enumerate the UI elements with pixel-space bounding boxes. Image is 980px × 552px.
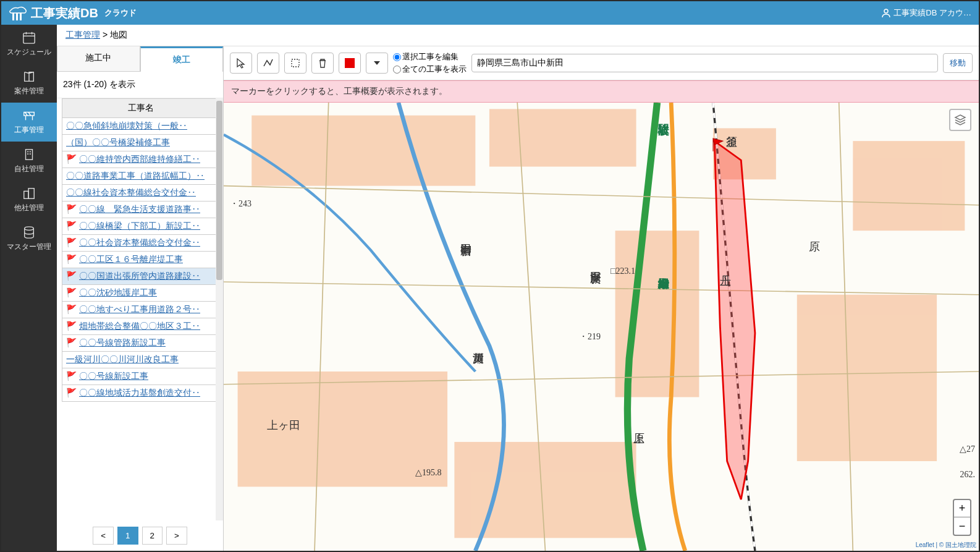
- nav-jisha[interactable]: 自社管理: [1, 142, 57, 180]
- zoom-out-button[interactable]: −: [954, 517, 970, 535]
- svg-rect-19: [28, 189, 34, 199]
- tab-shunkou[interactable]: 竣工: [140, 46, 224, 72]
- account-menu[interactable]: 工事実績DB アカウ…: [881, 7, 971, 19]
- nav-anken[interactable]: 案件管理: [1, 64, 57, 103]
- database-icon: [21, 226, 37, 239]
- nav-tasha[interactable]: 他社管理: [1, 180, 57, 219]
- table-row[interactable]: （国）〇〇号橋梁補修工事: [62, 135, 219, 151]
- nav-label: マスター管理: [7, 242, 51, 252]
- map-point: ・219: [579, 331, 601, 342]
- address-input[interactable]: [471, 54, 938, 72]
- flag-icon: 🚩: [66, 204, 77, 214]
- svg-rect-2: [20, 13, 22, 20]
- table-row[interactable]: 🚩畑地帯総合整備〇〇地区３工‥: [62, 318, 219, 335]
- project-link[interactable]: 〇〇工区１６号離岸堤工事: [79, 254, 183, 264]
- nav-schedule[interactable]: スケジュール: [1, 25, 57, 64]
- table-row[interactable]: 〇〇道路事業工事（道路拡幅工）‥: [62, 168, 219, 185]
- project-link[interactable]: 畑地帯総合整備〇〇地区３工‥: [79, 321, 200, 331]
- nav-kouji[interactable]: 工事管理: [1, 103, 57, 142]
- project-link[interactable]: 一級河川〇〇川河川改良工事: [66, 354, 179, 364]
- project-link[interactable]: 〇〇線橋梁（下部工）新設工‥: [79, 221, 200, 231]
- flag-icon: 🚩: [66, 321, 77, 331]
- project-link[interactable]: 〇〇線社会資本整備総合交付金‥: [66, 187, 196, 197]
- nav-label: 他社管理: [14, 203, 44, 213]
- layer-control[interactable]: [949, 109, 971, 131]
- nav-label: 工事管理: [14, 125, 44, 135]
- svg-rect-29: [454, 442, 636, 538]
- project-link[interactable]: 〇〇維持管内西部維持修繕工‥: [79, 154, 200, 164]
- tool-color[interactable]: [339, 53, 361, 74]
- table-row[interactable]: 🚩〇〇国道出張所管内道路建設‥: [62, 268, 219, 285]
- tool-dropdown[interactable]: [366, 53, 388, 74]
- map-label: 上ヶ田: [267, 418, 300, 433]
- table-row[interactable]: 🚩〇〇線橋梁（下部工）新設工‥: [62, 218, 219, 235]
- barrier-icon: [21, 109, 37, 122]
- project-link[interactable]: 〇〇地すべり工事用道路２号‥: [79, 304, 200, 314]
- table-row[interactable]: 🚩〇〇線 緊急生活支援道路事‥: [62, 202, 219, 218]
- project-link[interactable]: 〇〇線地域活力基盤創造交付‥: [79, 388, 200, 397]
- logo-icon: [9, 6, 27, 20]
- move-button[interactable]: 移動: [943, 53, 973, 73]
- scrollbar[interactable]: [216, 98, 223, 520]
- map-point: □223.1: [610, 266, 635, 276]
- table-row[interactable]: 🚩〇〇社会資本整備総合交付金‥: [62, 235, 219, 252]
- project-link[interactable]: 〇〇社会資本整備総合交付金‥: [79, 237, 200, 247]
- table-row[interactable]: 🚩〇〇号線管路新設工事: [62, 335, 219, 352]
- page-prev[interactable]: <: [93, 527, 114, 545]
- table-row[interactable]: 一級河川〇〇川河川改良工事: [62, 352, 219, 368]
- table-row[interactable]: 🚩〇〇線地域活力基盤創造交付‥: [62, 385, 219, 402]
- table-row[interactable]: 🚩〇〇沈砂地護岸工事: [62, 285, 219, 302]
- table-row[interactable]: 〇〇急傾斜地崩壊対策（一般‥: [62, 118, 219, 135]
- project-link[interactable]: 〇〇号線管路新設工事: [79, 338, 166, 347]
- tool-polyline[interactable]: [257, 53, 279, 74]
- table-row[interactable]: 🚩〇〇号線新設工事: [62, 368, 219, 385]
- svg-rect-18: [24, 191, 28, 198]
- svg-rect-15: [30, 151, 31, 153]
- table-row[interactable]: 〇〇線社会資本整備総合交付金‥: [62, 185, 219, 202]
- svg-rect-30: [853, 141, 965, 231]
- flag-icon: 🚩: [66, 287, 77, 297]
- page-next[interactable]: >: [166, 527, 187, 545]
- project-link[interactable]: （国）〇〇号橋梁補修工事: [66, 137, 170, 147]
- project-link[interactable]: 〇〇線 緊急生活支援道路事‥: [79, 204, 200, 214]
- page-2[interactable]: 2: [142, 527, 163, 545]
- project-link[interactable]: 〇〇急傾斜地崩壊対策（一般‥: [66, 121, 187, 130]
- app-logo: 工事実績DB クラウド: [9, 5, 137, 22]
- flag-icon: 🚩: [66, 154, 77, 164]
- info-bar: マーカーをクリックすると、工事概要が表示されます。: [224, 80, 979, 103]
- nav-master[interactable]: マスター管理: [1, 219, 57, 258]
- zoom-in-button[interactable]: +: [954, 500, 970, 517]
- buildings-icon: [21, 187, 37, 200]
- breadcrumb-current: 地図: [110, 30, 127, 40]
- page-1[interactable]: 1: [117, 527, 138, 545]
- svg-rect-17: [30, 153, 31, 155]
- radio-show-all[interactable]: 全ての工事を表示: [393, 64, 467, 75]
- app-sub: クラウド: [104, 7, 137, 19]
- project-link[interactable]: 〇〇道路事業工事（道路拡幅工）‥: [66, 171, 205, 180]
- nav-label: スケジュール: [7, 47, 51, 57]
- color-square-icon: [345, 58, 355, 68]
- tool-delete[interactable]: [311, 53, 334, 74]
- svg-rect-23: [251, 116, 475, 186]
- project-link[interactable]: 〇〇国道出張所管内道路建設‥: [79, 271, 200, 281]
- map-canvas[interactable]: 岩波駅 須釜 原 上丹 深良新田 御宿新田 上原 上ヶ田 御殿場線 黄瀬川 ・2…: [224, 103, 979, 551]
- tool-rect[interactable]: [284, 53, 306, 74]
- project-link[interactable]: 〇〇号線新設工事: [79, 371, 148, 381]
- project-link[interactable]: 〇〇沈砂地護岸工事: [79, 287, 157, 297]
- radio-edit-selected[interactable]: 選択工事を編集: [393, 51, 467, 62]
- tab-sekouchuu[interactable]: 施工中: [57, 46, 140, 72]
- pagination: < 1 2 >: [57, 520, 223, 551]
- table-row[interactable]: 🚩〇〇地すべり工事用道路２号‥: [62, 302, 219, 318]
- svg-rect-28: [797, 295, 937, 461]
- breadcrumb-root[interactable]: 工事管理: [65, 30, 100, 40]
- rect-select-icon: [290, 57, 301, 69]
- tool-select[interactable]: [230, 53, 252, 74]
- svg-rect-13: [26, 150, 33, 160]
- calendar-icon: [21, 31, 37, 45]
- table-row[interactable]: 🚩〇〇維持管内西部維持修繕工‥: [62, 151, 219, 168]
- table-row[interactable]: 🚩〇〇工区１６号離岸堤工事: [62, 252, 219, 268]
- nav-label: 自社管理: [14, 164, 44, 174]
- flag-icon: 🚩: [66, 371, 77, 381]
- building-icon: [21, 148, 37, 161]
- svg-rect-14: [27, 151, 28, 153]
